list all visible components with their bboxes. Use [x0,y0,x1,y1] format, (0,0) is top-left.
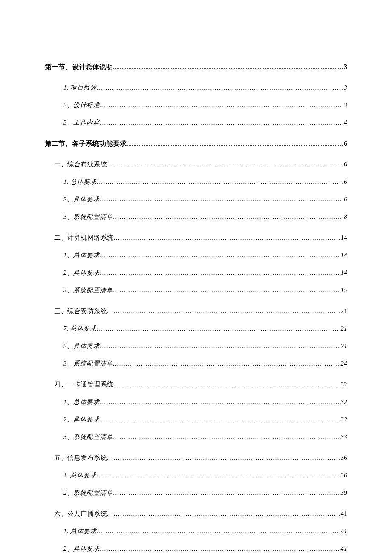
toc-entry: 2、具体要求32 [45,416,347,424]
toc-dot-leader [100,252,340,259]
toc-entry-page: 6 [343,161,347,168]
toc-entry-label: 六、公共广播系统 [54,510,107,518]
toc-entry-label: 7, 总体要求 [63,325,97,333]
toc-entry: 1、总体要求14 [45,251,347,259]
toc-entry-label: 3、工作内容 [63,119,100,127]
toc-entry-page: 36 [340,454,348,462]
toc-dot-leader [97,178,343,186]
toc-entry: 2、具体要求14 [45,269,347,277]
toc-entry: 2、设计标准3 [45,101,347,109]
toc-entry-page: 8 [343,213,347,221]
toc-entry-label: 2、设计标准 [63,101,100,109]
toc-entry-page: 21 [340,325,348,332]
toc-entry-page: 4 [343,119,347,126]
table-of-contents: 第一节、设计总体说明31. 项目概述32、设计标准33、工作内容4第二节、各子系… [45,63,347,553]
toc-entry-label: 2、具体要求 [63,416,100,424]
toc-entry-label: 2、具体需求 [63,342,100,350]
toc-entry-page: 41 [340,528,348,535]
toc-dot-leader [127,140,343,148]
toc-entry-label: 二、计算机网络系统 [54,234,114,242]
toc-entry: 1. 总体要求6 [45,178,347,186]
toc-dot-leader [100,119,343,126]
toc-entry-label: 第一节、设计总体说明 [45,63,113,72]
toc-entry-page: 32 [340,398,348,406]
toc-entry-page: 3 [343,84,347,91]
toc-entry-label: 1. 项目概述 [63,84,97,92]
toc-dot-leader [113,287,340,294]
toc-dot-leader [107,454,340,462]
toc-entry-page: 32 [340,416,348,423]
toc-entry-label: 第二节、各子系统功能要求 [45,139,127,148]
toc-entry-label: 3、系统配置清单. [63,360,115,368]
toc-entry: 五、信息发布系统36 [45,454,347,462]
toc-dot-leader [100,416,340,423]
toc-entry: 2、具体要求6 [45,195,347,203]
toc-entry: 1、总体要求32 [45,398,347,406]
toc-dot-leader [107,510,340,517]
toc-entry-label: 1. 总体要求 [63,178,97,186]
toc-dot-leader [113,489,340,497]
toc-entry: 3、系统配置清单15 [45,286,347,294]
toc-entry-label: 1. 总体要求 [63,471,97,479]
toc-entry-label: 四、一卡通管理系统 [54,381,114,389]
toc-dot-leader [97,528,340,535]
toc-entry-page: 24 [340,360,348,367]
toc-entry: 3、系统配置清单8 [45,213,347,221]
toc-entry-page: 6 [343,196,347,203]
toc-entry: 2、具体要求41 [45,545,347,553]
toc-entry-page: 33 [340,433,348,441]
toc-dot-leader [114,234,340,241]
toc-entry-label: 2、系统配置清单 [63,489,113,497]
toc-entry-label: 1. 总体要求 [63,527,97,535]
toc-entry-page: 41 [340,545,348,552]
toc-page: { "toc": [ { "level": 1, "label": "第一节、设… [0,0,392,555]
toc-entry-page: 14 [340,269,348,276]
toc-dot-leader [107,161,343,168]
toc-dot-leader [100,269,340,276]
toc-entry-label: 一、综合布线系统 [54,160,107,169]
toc-entry: 四、一卡通管理系统32 [45,381,347,389]
toc-entry: 一、综合布线系统6 [45,160,347,169]
toc-entry-page: 14 [340,252,348,259]
toc-entry: 六、公共广播系统41 [45,510,347,518]
toc-dot-leader [100,398,340,406]
toc-entry-page: 36 [340,472,348,479]
toc-entry: 1. 总体要求36 [45,471,347,479]
toc-entry-label: 3、系统配置清单 [63,433,113,441]
toc-dot-leader [97,472,340,479]
toc-dot-leader [100,545,340,552]
toc-entry: 3、工作内容4 [45,119,347,127]
toc-dot-leader [97,325,340,332]
toc-entry-page: 21 [340,343,348,350]
toc-dot-leader [107,308,340,315]
toc-entry-page: 3 [343,63,347,71]
toc-entry-label: 三、综合安防系统 [54,307,107,315]
toc-entry-label: 2、具体要求 [63,195,100,203]
toc-entry-page: 3 [343,102,347,109]
toc-dot-leader [115,360,340,367]
toc-dot-leader [100,196,343,203]
toc-dot-leader [113,433,340,441]
toc-entry-label: 1、总体要求 [63,251,100,259]
toc-entry: 7, 总体要求21 [45,325,347,333]
toc-entry-page: 21 [340,308,348,315]
toc-entry-page: 6 [343,140,347,148]
toc-dot-leader [113,63,343,71]
toc-entry: 2、具体需求21 [45,342,347,350]
toc-dot-leader [97,84,343,91]
toc-entry-label: 2、具体要求 [63,545,100,553]
toc-dot-leader [113,213,343,221]
toc-entry-label: 五、信息发布系统 [54,454,107,462]
toc-entry: 3、系统配置清单33 [45,433,347,441]
toc-dot-leader [114,381,340,388]
toc-entry-page: 39 [340,489,348,497]
toc-entry-page: 15 [340,287,348,294]
toc-entry-label: 1、总体要求 [63,398,100,406]
toc-entry: 1. 项目概述3 [45,84,347,92]
toc-entry: 3、系统配置清单.24 [45,360,347,368]
toc-entry: 第二节、各子系统功能要求6 [45,139,347,148]
toc-entry: 三、综合安防系统21 [45,307,347,315]
toc-entry: 第一节、设计总体说明3 [45,63,347,72]
toc-entry: 2、系统配置清单39 [45,489,347,497]
toc-dot-leader [100,102,343,109]
